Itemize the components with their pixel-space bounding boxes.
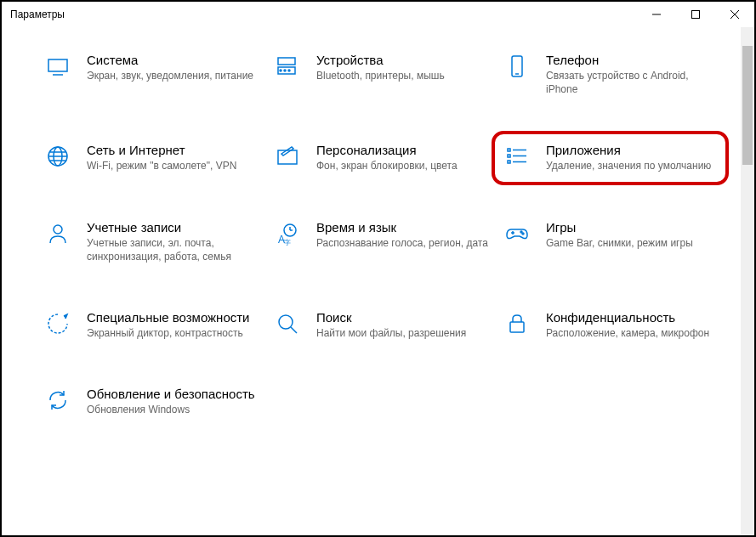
svg-point-7 <box>280 70 281 71</box>
content-wrap: Система Экран, звук, уведомления, питани… <box>2 27 754 535</box>
svg-point-9 <box>288 70 290 71</box>
tile-text: Телефон Связать устройство с Android, iP… <box>546 53 720 96</box>
tile-title: Телефон <box>546 53 720 67</box>
svg-rect-37 <box>510 322 524 332</box>
tile-text: Специальные возможности Экранный диктор,… <box>87 310 261 340</box>
tile-title: Устройства <box>316 53 491 67</box>
settings-window: Параметры Система Экра <box>0 0 756 537</box>
tile-update[interactable]: Обновление и безопасность Обновления Win… <box>44 387 261 416</box>
tile-desc: Экран, звук, уведомления, питание <box>87 69 261 82</box>
tile-desc: Расположение, камера, микрофон <box>546 326 720 340</box>
tile-title: Приложения <box>546 143 720 157</box>
personalization-icon <box>274 143 301 170</box>
tile-title: Система <box>87 53 261 67</box>
titlebar: Параметры <box>2 2 754 27</box>
tile-desc: Обновления Windows <box>87 403 261 416</box>
tile-desc: Удаление, значения по умолчанию <box>546 159 720 172</box>
privacy-icon <box>503 310 531 337</box>
tile-title: Персонализация <box>316 143 491 157</box>
tile-system[interactable]: Система Экран, звук, уведомления, питани… <box>44 53 261 96</box>
tile-search[interactable]: Поиск Найти мои файлы, разрешения <box>274 310 491 340</box>
tile-desc: Wi-Fi, режим "в самолете", VPN <box>87 159 261 172</box>
phone-icon <box>503 53 531 80</box>
tile-time-language[interactable]: A字 Время и язык Распознавание голоса, ре… <box>274 220 491 263</box>
tile-desc: Экранный диктор, контрастность <box>87 326 261 340</box>
apps-icon <box>503 143 531 170</box>
tile-title: Сеть и Интернет <box>87 143 261 157</box>
minimize-button[interactable] <box>637 2 676 27</box>
tile-title: Игры <box>546 220 720 235</box>
svg-rect-1 <box>692 11 700 19</box>
close-icon <box>730 10 739 19</box>
tile-text: Учетные записи Учетные записи, эл. почта… <box>87 220 261 263</box>
svg-line-36 <box>291 327 297 333</box>
tile-desc: Распознавание голоса, регион, дата <box>316 236 491 250</box>
tile-privacy[interactable]: Конфиденциальность Расположение, камера,… <box>503 310 720 340</box>
tile-text: Обновление и безопасность Обновления Win… <box>87 387 261 416</box>
tile-desc: Фон, экран блокировки, цвета <box>316 159 491 172</box>
system-icon <box>44 53 71 80</box>
window-controls <box>637 2 754 27</box>
tile-title: Учетные записи <box>87 220 261 235</box>
svg-point-34 <box>522 233 524 235</box>
maximize-icon <box>691 10 700 19</box>
close-button[interactable] <box>715 2 754 27</box>
tile-title: Время и язык <box>316 220 491 235</box>
tile-text: Поиск Найти мои файлы, разрешения <box>316 310 491 340</box>
accounts-icon <box>44 220 71 247</box>
tile-phone[interactable]: Телефон Связать устройство с Android, iP… <box>503 53 720 96</box>
time-icon: A字 <box>274 220 301 247</box>
svg-rect-10 <box>278 67 295 74</box>
tile-title: Поиск <box>316 310 491 325</box>
tile-desc: Связать устройство с Android, iPhone <box>546 69 720 96</box>
tile-desc: Game Bar, снимки, режим игры <box>546 236 720 250</box>
content-area: Система Экран, звук, уведомления, питани… <box>2 27 741 535</box>
tile-apps[interactable]: Приложения Удаление, значения по умолчан… <box>503 143 720 172</box>
svg-rect-19 <box>508 149 510 151</box>
gaming-icon <box>503 220 531 247</box>
window-title: Параметры <box>10 8 65 20</box>
tile-text: Персонализация Фон, экран блокировки, цв… <box>316 143 491 172</box>
search-icon <box>274 310 301 337</box>
settings-grid: Система Экран, звук, уведомления, питани… <box>44 53 715 416</box>
tile-text: Устройства Bluetooth, принтеры, мышь <box>316 53 491 82</box>
tile-devices[interactable]: Устройства Bluetooth, принтеры, мышь <box>274 53 491 96</box>
minimize-icon <box>652 10 661 19</box>
svg-rect-4 <box>48 59 67 71</box>
vertical-scrollbar[interactable] <box>741 27 754 535</box>
tile-title: Конфиденциальность <box>546 310 720 325</box>
tile-accessibility[interactable]: Специальные возможности Экранный диктор,… <box>44 310 261 340</box>
tile-text: Время и язык Распознавание голоса, регио… <box>316 220 491 250</box>
tile-desc: Bluetooth, принтеры, мышь <box>316 69 491 82</box>
svg-point-25 <box>54 225 62 234</box>
svg-rect-6 <box>278 58 295 65</box>
svg-rect-23 <box>508 161 510 163</box>
scrollbar-thumb[interactable] <box>742 46 753 165</box>
svg-point-33 <box>520 231 522 233</box>
tile-desc: Найти мои файлы, разрешения <box>316 326 491 340</box>
svg-rect-21 <box>508 155 510 157</box>
tile-text: Игры Game Bar, снимки, режим игры <box>546 220 720 250</box>
tile-text: Сеть и Интернет Wi-Fi, режим "в самолете… <box>87 143 261 172</box>
svg-text:字: 字 <box>284 239 291 246</box>
tile-title: Специальные возможности <box>87 310 261 325</box>
tile-text: Конфиденциальность Расположение, камера,… <box>546 310 720 340</box>
tile-desc: Учетные записи, эл. почта, синхронизация… <box>87 236 261 263</box>
accessibility-icon <box>44 310 71 337</box>
maximize-button[interactable] <box>676 2 715 27</box>
devices-icon <box>274 53 301 80</box>
tile-personalization[interactable]: Персонализация Фон, экран блокировки, цв… <box>274 143 491 172</box>
network-icon <box>44 143 71 170</box>
tile-gaming[interactable]: Игры Game Bar, снимки, режим игры <box>503 220 720 263</box>
svg-point-35 <box>279 315 293 329</box>
tile-title: Обновление и безопасность <box>87 387 261 401</box>
update-icon <box>44 387 71 414</box>
tile-text: Система Экран, звук, уведомления, питани… <box>87 53 261 82</box>
tile-text: Приложения Удаление, значения по умолчан… <box>546 143 720 172</box>
tile-accounts[interactable]: Учетные записи Учетные записи, эл. почта… <box>44 220 261 263</box>
svg-point-8 <box>284 70 286 71</box>
tile-network[interactable]: Сеть и Интернет Wi-Fi, режим "в самолете… <box>44 143 261 172</box>
